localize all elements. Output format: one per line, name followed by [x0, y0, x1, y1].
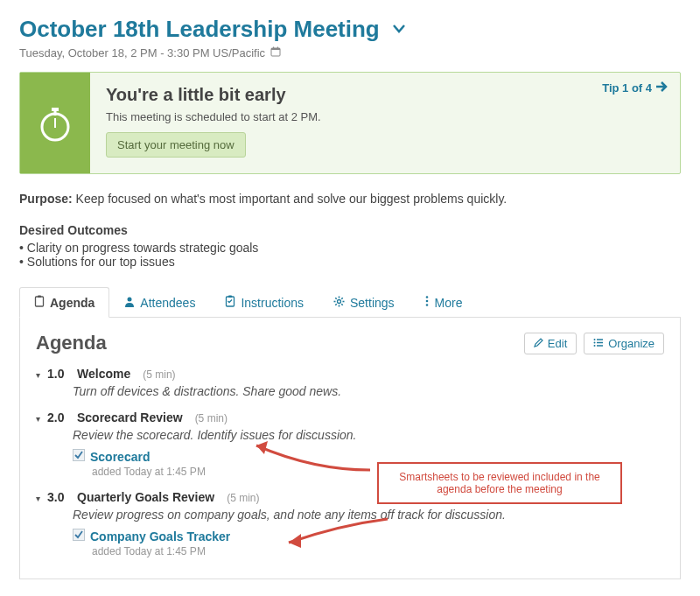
edit-button[interactable]: Edit — [524, 333, 577, 354]
gear-icon — [333, 296, 345, 310]
check-icon — [73, 529, 85, 543]
collapse-caret-icon[interactable]: ▾ — [36, 494, 40, 503]
outcome-item: Solutions for our top issues — [19, 255, 681, 269]
attachment-meta: added Today at 1:45 PM — [92, 545, 664, 557]
agenda-panel: Agenda Edit Organize ▾ 1.0 Welcome (5 mi… — [19, 318, 681, 579]
svg-rect-7 — [54, 118, 56, 128]
svg-point-24 — [425, 304, 428, 306]
pencil-icon — [534, 337, 543, 350]
annotation-callout: Smartsheets to be reviewed included in t… — [377, 462, 622, 504]
person-icon — [124, 296, 135, 310]
agenda-duration: (5 min) — [227, 492, 259, 504]
title-dropdown-icon[interactable] — [392, 23, 406, 37]
meeting-datetime: Tuesday, October 18, 2 PM - 3:30 PM US/P… — [19, 46, 681, 60]
early-banner: Tip 1 of 4 You're a little bit early Thi… — [19, 72, 681, 174]
svg-rect-12 — [228, 296, 232, 298]
attachment-link[interactable]: Scorecard — [90, 450, 150, 464]
svg-point-28 — [594, 339, 596, 340]
tab-agenda[interactable]: Agenda — [19, 287, 109, 318]
agenda-item: ▾ 1.0 Welcome (5 min) Turn off devices &… — [36, 367, 664, 398]
svg-line-20 — [341, 298, 342, 298]
stopwatch-icon — [20, 73, 90, 173]
tab-attendees[interactable]: Attendees — [109, 287, 210, 318]
svg-line-19 — [341, 304, 342, 305]
svg-point-23 — [425, 300, 428, 303]
agenda-title: Welcome — [77, 367, 130, 381]
checklist-icon — [225, 295, 235, 310]
outcomes-label: Desired Outcomes — [19, 223, 681, 237]
start-meeting-button[interactable]: Start your meeting now — [106, 132, 246, 158]
svg-rect-1 — [271, 48, 280, 50]
calendar-icon — [270, 46, 281, 60]
agenda-title: Quarterly Goals Review — [77, 490, 214, 504]
check-icon — [73, 449, 85, 464]
svg-point-22 — [425, 296, 428, 298]
svg-rect-6 — [54, 111, 57, 116]
agenda-description: Turn off devices & distractions. Share g… — [73, 384, 664, 398]
collapse-caret-icon[interactable]: ▾ — [36, 370, 40, 380]
tab-more[interactable]: More — [410, 287, 478, 318]
svg-rect-32 — [74, 529, 85, 541]
svg-rect-3 — [277, 47, 278, 50]
svg-point-13 — [338, 299, 341, 303]
purpose-label: Purpose: — [19, 192, 73, 206]
agenda-number: 3.0 — [47, 490, 70, 504]
svg-rect-9 — [38, 296, 41, 298]
svg-rect-2 — [273, 47, 274, 50]
tip-indicator[interactable]: Tip 1 of 4 — [602, 81, 668, 95]
agenda-duration: (5 min) — [143, 368, 175, 381]
organize-button[interactable]: Organize — [584, 333, 664, 354]
attachment-link[interactable]: Company Goals Tracker — [90, 529, 230, 543]
banner-heading: You're a little bit early — [106, 85, 664, 105]
svg-rect-31 — [74, 450, 85, 461]
svg-point-10 — [128, 297, 132, 301]
clipboard-icon — [34, 295, 45, 310]
agenda-description: Review progress on company goals, and no… — [73, 508, 664, 522]
svg-point-30 — [594, 345, 596, 347]
tab-settings[interactable]: Settings — [318, 287, 410, 318]
collapse-caret-icon[interactable]: ▾ — [36, 414, 40, 424]
agenda-duration: (5 min) — [195, 412, 228, 424]
outcomes-section: Desired Outcomes Clarity on progress tow… — [19, 223, 681, 269]
tab-bar: Agenda Attendees Instructions Settings M… — [19, 286, 681, 318]
purpose-section: Purpose: Keep focused on what's most imp… — [19, 192, 681, 206]
page-title: October 18th Leadership Meeting — [19, 16, 380, 43]
agenda-description: Review the scorecard. Identify issues fo… — [73, 428, 664, 442]
tab-instructions[interactable]: Instructions — [210, 287, 318, 318]
banner-message: This meeting is scheduled to start at 2 … — [106, 110, 664, 123]
agenda-title: Scorecard Review — [77, 410, 183, 424]
more-icon — [424, 295, 430, 310]
agenda-number: 1.0 — [47, 367, 70, 381]
panel-title: Agenda — [36, 332, 107, 354]
svg-rect-8 — [36, 297, 44, 306]
svg-line-21 — [335, 304, 336, 305]
outcome-item: Clarity on progress towards strategic go… — [19, 241, 681, 255]
svg-line-18 — [335, 298, 336, 298]
svg-point-29 — [594, 341, 596, 343]
svg-rect-5 — [52, 108, 59, 111]
agenda-number: 2.0 — [47, 410, 70, 424]
arrow-right-icon — [655, 81, 668, 95]
purpose-text: Keep focused on what's most important an… — [73, 192, 508, 206]
list-icon — [593, 337, 604, 350]
